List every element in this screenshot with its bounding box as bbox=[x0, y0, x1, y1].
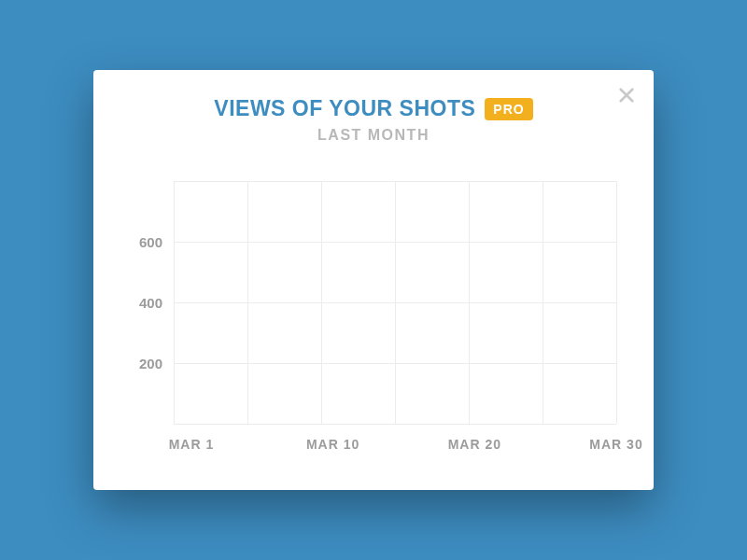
y-tick: 600 bbox=[139, 234, 162, 250]
card-header: VIEWS OF YOUR SHOTS PRO LAST MONTH bbox=[131, 96, 616, 144]
x-tick: MAR 20 bbox=[448, 437, 501, 452]
x-tick: MAR 1 bbox=[169, 437, 215, 452]
grid-line-v bbox=[395, 181, 396, 424]
grid-line-v bbox=[469, 181, 470, 424]
grid-line-v bbox=[543, 181, 543, 424]
card-subtitle: LAST MONTH bbox=[131, 127, 616, 144]
card-title: VIEWS OF YOUR SHOTS bbox=[214, 96, 475, 121]
y-tick: 200 bbox=[139, 356, 162, 371]
x-axis: MAR 1 MAR 10 MAR 20 MAR 30 bbox=[174, 437, 616, 455]
grid-line-v bbox=[174, 181, 175, 424]
chart-grid: MAR 1 MAR 10 MAR 20 MAR 30 bbox=[174, 181, 616, 424]
y-axis: 600 400 200 bbox=[131, 181, 174, 424]
stats-card: VIEWS OF YOUR SHOTS PRO LAST MONTH 600 4… bbox=[93, 70, 654, 490]
grid-line-v bbox=[247, 181, 248, 424]
x-tick: MAR 30 bbox=[589, 437, 642, 452]
pro-badge: PRO bbox=[485, 98, 532, 120]
x-tick: MAR 10 bbox=[306, 437, 359, 452]
grid-line-v bbox=[321, 181, 322, 424]
close-button[interactable] bbox=[616, 85, 637, 105]
grid-line-v bbox=[616, 181, 617, 424]
title-row: VIEWS OF YOUR SHOTS PRO bbox=[131, 96, 616, 121]
chart-area: 600 400 200 MAR 1 MAR 10 MAR 20 MAR 30 bbox=[131, 181, 616, 442]
grid-line-h bbox=[174, 424, 616, 425]
y-tick: 400 bbox=[139, 295, 162, 311]
close-icon bbox=[618, 87, 635, 104]
